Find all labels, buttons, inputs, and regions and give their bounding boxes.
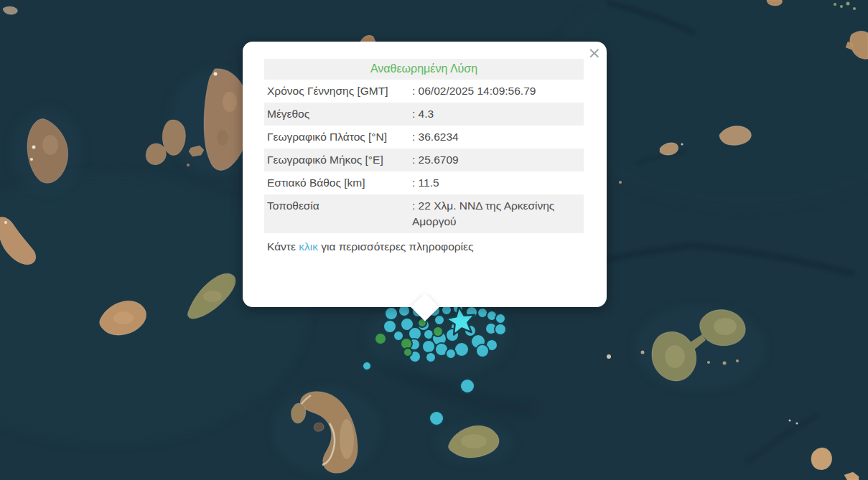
field-label: Γεωγραφικό Πλάτος [°N]: [264, 126, 408, 149]
popup-row: Γεωγραφικό Πλάτος [°N]: 36.6234: [264, 126, 584, 149]
epicenter-marker[interactable]: [403, 347, 413, 357]
field-value: : 36.6234: [408, 126, 584, 149]
earthquake-info-popup: × Αναθεωρημένη Λύση Χρόνος Γέννησης [GMT…: [243, 42, 607, 307]
popup-title: Αναθεωρημένη Λύση: [264, 59, 584, 80]
close-icon[interactable]: ×: [588, 43, 601, 64]
field-label: Εστιακό Βάθος [km]: [264, 171, 408, 194]
popup-row: Χρόνος Γέννησης [GMT]: 06/02/2025 14:09:…: [264, 80, 584, 103]
epicenter-marker[interactable]: [362, 361, 372, 371]
popup-row: Εστιακό Βάθος [km]: 11.5: [264, 171, 584, 194]
field-label: Μέγεθος: [264, 103, 408, 126]
epicenter-marker[interactable]: [425, 352, 437, 363]
epicenter-marker[interactable]: [494, 323, 507, 336]
field-value: : 06/02/2025 14:09:56.79: [408, 80, 584, 103]
popup-row: Τοποθεσία: 22 Χλμ. ΝΝΔ της Αρκεσίνης Αμο…: [264, 194, 584, 233]
more-info-link[interactable]: κλικ: [299, 240, 318, 253]
field-value: : 25.6709: [408, 149, 584, 171]
popup-row: Μέγεθος: 4.3: [264, 103, 584, 126]
field-label: Τοποθεσία: [264, 194, 408, 217]
popup-row: Γεωγραφικό Μήκος [°E]: 25.6709: [264, 149, 584, 171]
field-label: Χρόνος Γέννησης [GMT]: [264, 80, 408, 103]
field-value: : 4.3: [408, 103, 584, 126]
star-icon: [446, 306, 475, 334]
field-label: Γεωγραφικό Μήκος [°E]: [264, 149, 408, 171]
epicenter-marker[interactable]: [429, 410, 444, 426]
epicenter-marker[interactable]: [475, 344, 490, 358]
footer-text-pre: Κάντε: [267, 240, 299, 253]
field-value: : 11.5: [408, 171, 584, 194]
map-viewport: × Αναθεωρημένη Λύση Χρόνος Γέννησης [GMT…: [0, 0, 868, 480]
epicenter-marker[interactable]: [445, 348, 457, 359]
field-value: : 22 Χλμ. ΝΝΔ της Αρκεσίνης Αμοργού: [408, 194, 584, 233]
footer-text-post: για περισσότερες πληροφορίες: [318, 240, 474, 253]
popup-footer: Κάντε κλικ για περισσότερες πληροφορίες: [264, 233, 584, 255]
epicenter-marker[interactable]: [384, 306, 398, 321]
epicenter-marker[interactable]: [374, 332, 387, 345]
epicenter-marker[interactable]: [459, 378, 475, 394]
earthquake-details-table: Αναθεωρημένη Λύση Χρόνος Γέννησης [GMT]:…: [264, 59, 584, 233]
